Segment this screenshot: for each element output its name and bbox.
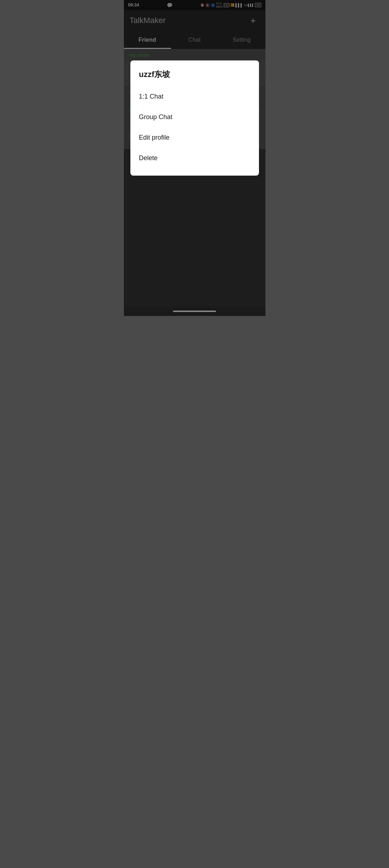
context-menu-title: uzzf东坡 xyxy=(139,69,250,80)
delete-button[interactable]: Delete xyxy=(139,148,250,168)
bottom-nav xyxy=(124,307,265,316)
context-menu-dialog: uzzf东坡 1:1 Chat Group Chat Edit profile … xyxy=(130,60,259,176)
group-chat-button[interactable]: Group Chat xyxy=(139,107,250,127)
edit-profile-button[interactable]: Edit profile xyxy=(139,127,250,148)
home-indicator xyxy=(173,311,216,312)
one-to-one-chat-button[interactable]: 1:1 Chat xyxy=(139,86,250,107)
screen: 09:34 💬 ⏰ 🔇 🔵 21.0KB/S HD 📶 ▌▌▌ 5G▌▌▌ 98… xyxy=(124,0,265,316)
